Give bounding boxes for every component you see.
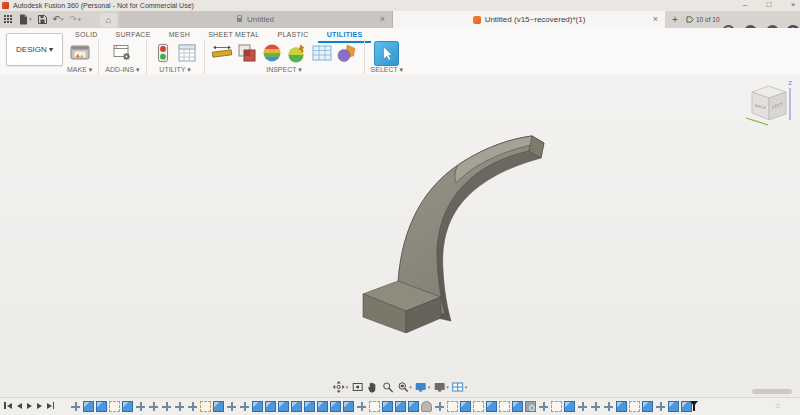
timeline-feature-sketch[interactable] <box>447 401 458 412</box>
timeline-feature-box[interactable] <box>122 401 133 412</box>
timeline-feature-move[interactable] <box>590 401 601 412</box>
timeline-feature-sketch[interactable] <box>473 401 484 412</box>
timeline-feature-move[interactable] <box>187 401 198 412</box>
fit-button[interactable]: ▾ <box>396 381 412 393</box>
step-forward-button[interactable] <box>37 403 42 409</box>
timeline-feature-box[interactable] <box>252 401 263 412</box>
undo-button[interactable]: ↶ ▾ <box>53 15 64 24</box>
modeling-canvas[interactable]: Z BACK LEFT ▾ <box>0 74 800 398</box>
group-label-make[interactable]: MAKE ▾ <box>67 66 92 74</box>
timeline-feature-box[interactable] <box>265 401 276 412</box>
workspace-selector[interactable]: DESIGN ▾ <box>6 33 63 66</box>
maximize-button[interactable]: □ <box>764 0 774 10</box>
minimize-button[interactable]: – <box>740 0 750 10</box>
timeline-feature-move[interactable] <box>226 401 237 412</box>
timeline-feature-move[interactable] <box>577 401 588 412</box>
timeline-feature-box[interactable] <box>642 401 653 412</box>
look-at-button[interactable] <box>351 381 363 393</box>
document-tab-untitled[interactable]: Untitled × <box>119 11 393 28</box>
timeline-feature-move[interactable] <box>603 401 614 412</box>
timeline-feature-box[interactable] <box>278 401 289 412</box>
center-of-mass-icon[interactable] <box>336 42 358 64</box>
extensions-badge[interactable]: 10 of 10 <box>686 13 720 26</box>
timeline-feature-sketch[interactable] <box>369 401 380 412</box>
timeline-feature-box[interactable] <box>382 401 393 412</box>
timeline-feature-loft[interactable] <box>421 401 432 412</box>
timeline-feature-box[interactable] <box>486 401 497 412</box>
timeline-feature-move[interactable] <box>161 401 172 412</box>
timeline-feature-box[interactable] <box>668 401 679 412</box>
group-label-select[interactable]: SELECT ▾ <box>371 66 404 74</box>
timeline-feature-sketch[interactable] <box>109 401 120 412</box>
3d-print-icon[interactable] <box>69 42 91 64</box>
pan-button[interactable] <box>366 381 378 393</box>
timeline-feature-box[interactable] <box>83 401 94 412</box>
play-button[interactable] <box>27 403 32 409</box>
timeline-feature-move[interactable] <box>135 401 146 412</box>
timeline-feature-box[interactable] <box>564 401 575 412</box>
timeline-feature-box[interactable] <box>343 401 354 412</box>
measure-icon[interactable] <box>211 42 233 64</box>
timeline-feature-sketch[interactable] <box>499 401 510 412</box>
timeline-feature-box[interactable] <box>512 401 523 412</box>
select-cursor-icon[interactable] <box>374 41 399 66</box>
timeline-feature-ground[interactable] <box>525 401 536 412</box>
timeline-feature-move[interactable] <box>356 401 367 412</box>
tab-plastic[interactable]: PLASTIC <box>268 30 317 41</box>
timeline-feature-box[interactable] <box>304 401 315 412</box>
new-tab-button[interactable]: + <box>668 13 682 26</box>
timeline-feature-sketch[interactable] <box>551 401 562 412</box>
timeline-home-icon[interactable]: ⌂ <box>775 401 780 411</box>
document-tab-recovered[interactable]: Untitled (v15~recovered)*(1) × <box>393 11 665 28</box>
display-settings-button[interactable]: ▾ <box>415 381 431 393</box>
timeline-feature-box[interactable] <box>460 401 471 412</box>
timeline-feature-move[interactable] <box>174 401 185 412</box>
viewcube[interactable]: Z BACK LEFT <box>740 78 796 134</box>
timeline-feature-box[interactable] <box>317 401 328 412</box>
tab-close-icon[interactable]: × <box>653 14 658 24</box>
save-button[interactable] <box>38 15 47 24</box>
grids-snaps-button[interactable]: ▾ <box>433 381 449 393</box>
group-label-utility[interactable]: UTILITY ▾ <box>159 66 190 74</box>
app-grid-icon[interactable] <box>4 15 13 24</box>
timeline-feature-move[interactable] <box>70 401 81 412</box>
file-menu-button[interactable]: ▾ <box>19 14 32 25</box>
timeline-zoom-handle[interactable] <box>752 389 792 394</box>
3d-model-arch[interactable] <box>350 118 550 333</box>
tab-close-icon[interactable]: × <box>380 14 385 24</box>
go-to-start-button[interactable] <box>4 402 12 409</box>
parameter-panel-icon[interactable] <box>176 42 198 64</box>
viewports-button[interactable]: ▾ <box>452 381 468 393</box>
timeline-feature-box[interactable] <box>291 401 302 412</box>
timeline-feature-box[interactable] <box>395 401 406 412</box>
step-back-button[interactable] <box>17 403 22 409</box>
group-label-inspect[interactable]: INSPECT ▾ <box>266 66 302 74</box>
curvature-analysis-icon[interactable] <box>261 42 283 64</box>
timeline-position-marker[interactable] <box>690 401 698 412</box>
orbit-button[interactable]: ▾ <box>333 381 349 393</box>
redo-button[interactable]: ↷ ▾ <box>70 15 81 24</box>
tab-mesh[interactable]: MESH <box>160 30 199 41</box>
timeline-feature-box[interactable] <box>408 401 419 412</box>
scripts-addins-icon[interactable] <box>111 42 133 64</box>
data-panel-home-button[interactable]: ⌂ <box>100 13 117 27</box>
timeline-feature-box[interactable] <box>213 401 224 412</box>
tab-solid[interactable]: SOLID <box>66 30 107 41</box>
tab-sheet-metal[interactable]: SHEET METAL <box>199 30 268 41</box>
interference-icon[interactable] <box>236 42 258 64</box>
timeline-feature-sketch[interactable] <box>200 401 211 412</box>
timeline-feature-move[interactable] <box>239 401 250 412</box>
timeline-feature-move[interactable] <box>434 401 445 412</box>
draft-analysis-icon[interactable] <box>286 42 308 64</box>
timeline-feature-move[interactable] <box>148 401 159 412</box>
timeline-feature-box[interactable] <box>96 401 107 412</box>
timeline-feature-sketch[interactable] <box>629 401 640 412</box>
timeline-feature-box[interactable] <box>330 401 341 412</box>
section-table-icon[interactable] <box>311 42 333 64</box>
timeline-feature-box[interactable] <box>616 401 627 412</box>
zoom-button[interactable] <box>381 381 393 393</box>
go-to-end-button[interactable] <box>47 402 55 409</box>
timeline-feature-move[interactable] <box>538 401 549 412</box>
timeline-feature-move[interactable] <box>655 401 666 412</box>
tab-surface[interactable]: SURFACE <box>107 30 160 41</box>
